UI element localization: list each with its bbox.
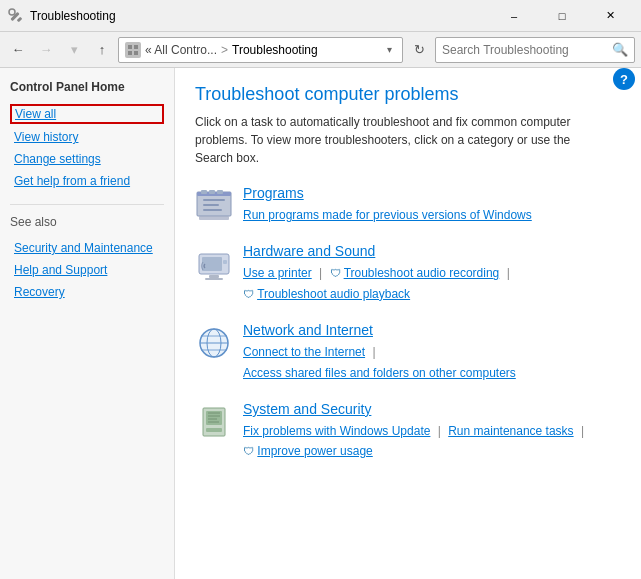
programs-icon: [195, 187, 233, 225]
system-text: System and Security Fix problems with Wi…: [243, 401, 588, 462]
programs-links: Run programs made for previous versions …: [243, 205, 532, 225]
svg-rect-15: [199, 216, 229, 220]
back-button[interactable]: ←: [6, 38, 30, 62]
forward-button[interactable]: →: [34, 38, 58, 62]
see-also-label: See also: [10, 215, 164, 229]
network-text: Network and Internet Connect to the Inte…: [243, 322, 516, 383]
svg-point-1: [9, 9, 15, 15]
svg-rect-13: [203, 204, 219, 206]
sep3: |: [372, 345, 375, 359]
sep5: |: [581, 424, 584, 438]
shield-icon-1: 🛡: [330, 267, 341, 279]
svg-point-26: [200, 329, 228, 357]
sidebar-link-security[interactable]: Security and Maintenance: [10, 239, 164, 257]
sidebar-link-view-all[interactable]: View all: [10, 104, 164, 124]
svg-rect-14: [203, 209, 222, 211]
breadcrumb: « All Contro... > Troubleshooting: [145, 43, 379, 57]
network-icon: [195, 324, 233, 362]
svg-rect-10: [209, 190, 215, 194]
content-description: Click on a task to automatically trouble…: [195, 113, 605, 167]
svg-rect-9: [201, 190, 207, 194]
svg-rect-12: [203, 199, 225, 201]
sidebar: Control Panel Home View all View history…: [0, 68, 175, 579]
address-icon: [125, 42, 141, 58]
maintenance-tasks-link[interactable]: Run maintenance tasks: [448, 424, 573, 438]
address-bar: ← → ▾ ↑ « All Contro... > Troubleshootin…: [0, 32, 641, 68]
category-programs: Programs Run programs made for previous …: [195, 185, 621, 225]
svg-rect-20: [205, 278, 223, 280]
power-usage-link[interactable]: Improve power usage: [257, 444, 372, 458]
recent-button[interactable]: ▾: [62, 38, 86, 62]
system-name[interactable]: System and Security: [243, 401, 588, 417]
minimize-button[interactable]: –: [491, 1, 537, 30]
svg-rect-6: [134, 51, 138, 55]
category-hardware: Hardware and Sound Use a printer | 🛡 Tro…: [195, 243, 621, 304]
title-bar-icon: [8, 8, 24, 24]
svg-rect-18: [223, 260, 227, 264]
title-bar: Troubleshooting – □ ✕: [0, 0, 641, 32]
breadcrumb-prefix: « All Contro...: [145, 43, 217, 57]
maximize-button[interactable]: □: [539, 1, 585, 30]
category-network: Network and Internet Connect to the Inte…: [195, 322, 621, 383]
svg-rect-29: [206, 428, 222, 432]
hardware-icon: [195, 245, 233, 283]
svg-rect-4: [134, 45, 138, 49]
shared-files-link[interactable]: Access shared files and folders on other…: [243, 366, 516, 380]
svg-rect-2: [17, 16, 23, 22]
programs-text: Programs Run programs made for previous …: [243, 185, 532, 225]
svg-rect-11: [217, 190, 223, 194]
sidebar-link-get-help[interactable]: Get help from a friend: [10, 172, 164, 190]
window-controls: – □ ✕: [491, 1, 633, 30]
programs-link[interactable]: Run programs made for previous versions …: [243, 208, 532, 222]
window-title: Troubleshooting: [30, 9, 491, 23]
svg-rect-5: [128, 51, 132, 55]
main-container: Control Panel Home View all View history…: [0, 68, 641, 579]
hardware-name[interactable]: Hardware and Sound: [243, 243, 514, 259]
svg-rect-19: [209, 275, 219, 278]
programs-name[interactable]: Programs: [243, 185, 532, 201]
windows-update-link[interactable]: Fix problems with Windows Update: [243, 424, 430, 438]
up-button[interactable]: ↑: [90, 38, 114, 62]
sidebar-link-view-history[interactable]: View history: [10, 128, 164, 146]
search-input[interactable]: [442, 43, 608, 57]
hardware-text: Hardware and Sound Use a printer | 🛡 Tro…: [243, 243, 514, 304]
sidebar-link-help-support[interactable]: Help and Support: [10, 261, 164, 279]
audio-recording-link[interactable]: Troubleshoot audio recording: [344, 266, 500, 280]
network-name[interactable]: Network and Internet: [243, 322, 516, 338]
refresh-button[interactable]: ↻: [407, 37, 431, 63]
sidebar-link-change-settings[interactable]: Change settings: [10, 150, 164, 168]
address-field[interactable]: « All Contro... > Troubleshooting ▾: [118, 37, 403, 63]
category-system: System and Security Fix problems with Wi…: [195, 401, 621, 462]
content-title: Troubleshoot computer problems: [195, 84, 621, 105]
address-dropdown-button[interactable]: ▾: [383, 44, 396, 55]
search-box[interactable]: 🔍: [435, 37, 635, 63]
network-links: Connect to the Internet | Access shared …: [243, 342, 516, 383]
control-panel-home-label: Control Panel Home: [10, 80, 164, 94]
system-links: Fix problems with Windows Update | Run m…: [243, 421, 588, 462]
breadcrumb-current: Troubleshooting: [232, 43, 318, 57]
sidebar-divider: [10, 204, 164, 205]
shield-icon-2: 🛡: [243, 288, 254, 300]
audio-playback-link[interactable]: Troubleshoot audio playback: [257, 287, 410, 301]
shield-icon-3: 🛡: [243, 445, 254, 457]
system-icon: [195, 403, 233, 441]
sidebar-link-recovery[interactable]: Recovery: [10, 283, 164, 301]
svg-rect-3: [128, 45, 132, 49]
hardware-links: Use a printer | 🛡 Troubleshoot audio rec…: [243, 263, 514, 304]
sep1: |: [319, 266, 325, 280]
breadcrumb-separator: >: [221, 43, 228, 57]
content-area: Troubleshoot computer problems Click on …: [175, 68, 641, 579]
use-printer-link[interactable]: Use a printer: [243, 266, 312, 280]
search-icon[interactable]: 🔍: [612, 42, 628, 57]
sep4: |: [438, 424, 444, 438]
connect-internet-link[interactable]: Connect to the Internet: [243, 345, 365, 359]
help-icon[interactable]: ?: [613, 68, 635, 90]
sep2: |: [507, 266, 510, 280]
close-button[interactable]: ✕: [587, 1, 633, 30]
